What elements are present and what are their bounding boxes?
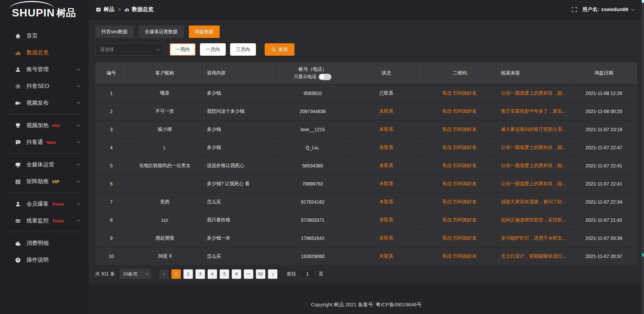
sidebar-item-label: 线索监控: [26, 217, 49, 224]
cell-date: 2021-11-07 22:47: [571, 139, 637, 156]
page-buttons: 123456•••92: [171, 269, 265, 279]
cell-source[interactable]: 感谢大家喜欢我家，被问了好...: [496, 193, 570, 211]
goto-page-input[interactable]: [300, 269, 315, 279]
app-root: SHUPIN 树品 首页数据总览账号管理抖音SEO视频发布视频加热Hot抖客通N…: [0, 0, 644, 314]
tab-media-ops[interactable]: 全媒体运营数据: [139, 25, 184, 38]
sidebar-item-seo[interactable]: 抖音SEO: [0, 78, 89, 95]
cell-nickname: 不可一世: [128, 103, 202, 120]
sidebar-item-help[interactable]: ?操作说明: [0, 252, 89, 268]
page-size-select[interactable]: 10条/页: [120, 269, 151, 279]
cell-qr[interactable]: 私信 扫码加好友: [423, 175, 496, 193]
page-button-5[interactable]: 5: [220, 269, 229, 279]
chevron-down-icon: [77, 123, 80, 126]
fullscreen-icon[interactable]: [572, 7, 577, 12]
cell-qr[interactable]: 私信 扫码加好友: [423, 85, 496, 102]
cell-source[interactable]: 无主灯设计，智能磁吸轨道灯...: [496, 248, 570, 265]
user-chevron-down-icon[interactable]: [631, 7, 635, 11]
page-button-6[interactable]: 6: [232, 269, 241, 279]
tab-douyin-seo[interactable]: 抖音seo数据: [95, 25, 134, 38]
scrollbar[interactable]: [642, 0, 644, 314]
cell-account: 572803371: [276, 211, 350, 229]
cell-content: 我只看价格: [202, 211, 276, 229]
chevron-down-icon: [146, 272, 148, 275]
period-button-1[interactable]: 一月内: [200, 43, 226, 56]
sidebar-item-media[interactable]: 全媒体运营: [0, 156, 89, 173]
sidebar-item-home[interactable]: 首页: [0, 28, 89, 44]
sidebar-item-member[interactable]: 会员爆客Tools: [0, 196, 89, 212]
cell-source[interactable]: 客厅安装投影半年多了，真实...: [496, 103, 570, 120]
sidebar-item-account[interactable]: 账号管理: [0, 61, 89, 78]
column-header: 客户昵称: [128, 62, 202, 84]
column-header: 咨询内容: [202, 62, 276, 84]
sidebar-item-label: 数据总览: [26, 49, 49, 56]
cell-account: 2097344839: [276, 103, 350, 120]
cell-source[interactable]: 让你一眼就爱上的黑科技，能...: [496, 85, 570, 102]
prev-page-button[interactable]: ‹: [159, 269, 169, 279]
cell-qr[interactable]: 私信 扫码加好友: [423, 121, 496, 138]
sidebar-item-label: 账号管理: [26, 66, 49, 73]
cell-source[interactable]: 多功能护栏灯，适用于乡村文...: [496, 229, 570, 247]
username[interactable]: 用户名: zswodun88: [582, 6, 628, 13]
page-button-92[interactable]: 92: [256, 269, 265, 279]
cell-no: 2: [95, 103, 127, 120]
cell-source[interactable]: 让你一眼就爱上的黑科技，能...: [496, 139, 570, 156]
cell-source[interactable]: 如何正确选择投影仪，买投影...: [496, 211, 570, 229]
column-header-label: 客户昵称: [155, 70, 174, 76]
breadcrumb-root[interactable]: 树品: [104, 6, 114, 13]
user-area: 用户名: zswodun88: [572, 6, 634, 13]
sidebar-item-label: 首页: [26, 32, 38, 40]
filter-select[interactable]: 请选择: [95, 43, 164, 56]
cell-source[interactable]: 让你一眼就爱上的黑科技，能...: [496, 175, 570, 193]
divider: [6, 114, 83, 114]
divider: [6, 232, 83, 232]
cell-source[interactable]: 让你一眼就爱上的黑科技，能...: [496, 157, 570, 174]
cell-nickname: 潮起潮落: [128, 229, 202, 247]
column-header-label: 状态: [382, 70, 391, 76]
page-button-4[interactable]: 4: [208, 269, 217, 279]
cell-qr[interactable]: 私信 扫码加好友: [423, 139, 496, 156]
sidebar: SHUPIN 树品 首页数据总览账号管理抖音SEO视频发布视频加热Hot抖客通N…: [0, 0, 89, 314]
cell-status: 未联系: [350, 121, 423, 138]
tab-inquiry[interactable]: 询盘数据: [189, 25, 220, 38]
monitor-icon: [15, 123, 21, 128]
next-page-button[interactable]: ›: [268, 269, 277, 279]
sidebar-item-heat[interactable]: 视频加热Hot: [0, 117, 89, 134]
cell-source[interactable]: 被大家追着问的客厅投影分享...: [496, 121, 570, 138]
cell-qr[interactable]: 私信 扫码加好友: [423, 211, 496, 229]
cell-qr[interactable]: 私信 扫码加好友: [423, 248, 496, 265]
sidebar-item-overview[interactable]: 数据总览: [0, 44, 89, 61]
period-button-0[interactable]: 一周内: [170, 43, 196, 56]
sidebar-item-label: 全媒体运营: [26, 161, 54, 168]
cell-qr[interactable]: 私信 扫码加好友: [423, 103, 496, 120]
cell-qr[interactable]: 私信 扫码加好友: [423, 229, 496, 247]
breadcrumb: 树品 > 数据总览: [96, 6, 153, 13]
sidebar-item-douketong[interactable]: 抖客通New: [0, 134, 89, 151]
page-button-2[interactable]: 2: [183, 269, 193, 279]
phone-only-toggle[interactable]: [319, 74, 331, 80]
chevron-down-icon: [77, 67, 80, 70]
sidebar-item-badge: Tools: [52, 202, 64, 207]
query-button[interactable]: 查询: [265, 43, 294, 56]
page-button-3[interactable]: 3: [196, 269, 205, 279]
cell-qr[interactable]: 私信 扫码加好友: [423, 157, 496, 174]
pager: ‹ 123456•••92 ›: [159, 269, 277, 279]
cell-no: 5: [95, 157, 127, 174]
sidebar-item-clue[interactable]: 线索监控Tools: [0, 212, 89, 229]
screen-icon: [15, 162, 21, 168]
cell-nickname: 当地比较能吃的一位美女: [128, 157, 202, 174]
cell-content: 多少钱: [202, 139, 276, 156]
cell-qr[interactable]: 私信 扫码加好友: [423, 193, 496, 211]
sidebar-item-consume[interactable]: 消费明细: [0, 235, 89, 252]
more-pages-button[interactable]: •••: [244, 269, 253, 279]
sidebar-item-matrix[interactable]: 矩阵助推VIP: [0, 173, 89, 190]
filter-select-placeholder: 请选择: [100, 47, 114, 53]
sidebar-item-publish[interactable]: 视频发布: [0, 95, 89, 111]
logo-text-cn: 树品: [56, 6, 76, 20]
period-button-2[interactable]: 三月内: [230, 43, 256, 56]
logo-text-en: SHUPIN: [12, 7, 55, 19]
page-button-1[interactable]: 1: [171, 269, 181, 279]
column-header: 状态: [350, 62, 423, 84]
cell-status: 未联系: [350, 229, 423, 247]
column-header-label: 帐号（电话）: [294, 66, 332, 73]
cell-content: 我想问这个多少钱: [202, 103, 276, 120]
